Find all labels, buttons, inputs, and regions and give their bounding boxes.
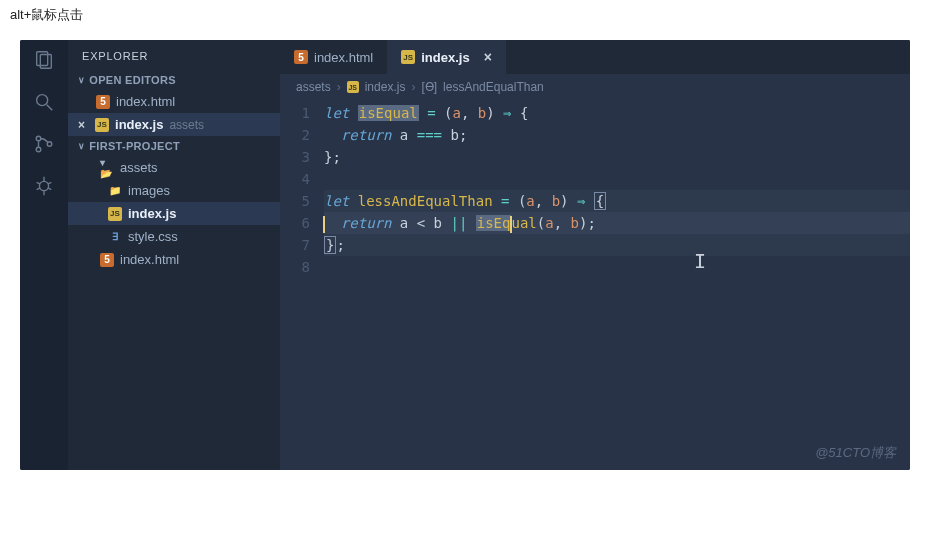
multi-cursor xyxy=(323,216,325,233)
html-icon: 5 xyxy=(294,50,308,64)
svg-line-12 xyxy=(48,188,52,190)
open-editor-item[interactable]: 5 index.html xyxy=(68,90,280,113)
chevron-down-icon: ∨ xyxy=(78,75,85,85)
css-icon: ∃ xyxy=(108,230,122,244)
file-item[interactable]: 5 index.html xyxy=(68,248,280,271)
svg-line-11 xyxy=(37,188,41,190)
code-line[interactable]: return a < b || isEqual(a, b); xyxy=(324,212,910,234)
file-item[interactable]: ∃ style.css xyxy=(68,225,280,248)
breadcrumb-folder[interactable]: assets xyxy=(296,80,331,94)
folder-item[interactable]: ▾📂 assets xyxy=(68,156,280,179)
tab-index-js[interactable]: JS index.js × xyxy=(387,40,506,74)
js-icon: JS xyxy=(347,81,359,93)
line-gutter: 1 2 3 4 5 6 7 8 xyxy=(280,100,324,470)
breadcrumb-symbol[interactable]: lessAndEqualThan xyxy=(443,80,544,94)
html-icon: 5 xyxy=(100,253,114,267)
project-header[interactable]: ∨ FIRST-PROJECT xyxy=(68,136,280,156)
js-icon: JS xyxy=(95,118,109,132)
tab-index-html[interactable]: 5 index.html xyxy=(280,40,387,74)
explorer-title: EXPLORER xyxy=(68,40,280,70)
chevron-down-icon: ∨ xyxy=(78,141,85,151)
svg-point-2 xyxy=(37,95,48,106)
code-line[interactable] xyxy=(324,256,910,278)
close-icon[interactable]: × xyxy=(78,118,85,132)
code-pane[interactable]: 1 2 3 4 5 6 7 8 let isEqual = (a, b) ⇒ {… xyxy=(280,100,910,470)
editor-window: EXPLORER ∨ OPEN EDITORS 5 index.html × J… xyxy=(20,40,910,470)
code-content[interactable]: let isEqual = (a, b) ⇒ { return a === b;… xyxy=(324,100,910,470)
page-header-text: alt+鼠标点击 xyxy=(0,0,931,30)
files-icon[interactable] xyxy=(32,48,56,72)
file-item[interactable]: JS index.js xyxy=(68,202,280,225)
code-line[interactable] xyxy=(324,168,910,190)
debug-icon[interactable] xyxy=(32,174,56,198)
folder-item[interactable]: 📁 images xyxy=(68,179,280,202)
code-line[interactable]: }; xyxy=(324,146,910,168)
js-icon: JS xyxy=(401,50,415,64)
explorer-sidebar: EXPLORER ∨ OPEN EDITORS 5 index.html × J… xyxy=(68,40,280,470)
svg-point-4 xyxy=(36,136,41,141)
editor-area: 5 index.html JS index.js × assets › JS i… xyxy=(280,40,910,470)
svg-point-7 xyxy=(39,181,48,190)
breadcrumb-file[interactable]: index.js xyxy=(365,80,406,94)
open-editors-header[interactable]: ∨ OPEN EDITORS xyxy=(68,70,280,90)
code-line[interactable]: return a === b; xyxy=(324,124,910,146)
close-icon[interactable]: × xyxy=(484,49,492,65)
html-icon: 5 xyxy=(96,95,110,109)
js-icon: JS xyxy=(108,207,122,221)
folder-icon: 📁 xyxy=(108,184,122,198)
chevron-right-icon: › xyxy=(337,80,341,94)
chevron-right-icon: › xyxy=(411,80,415,94)
tabs-row: 5 index.html JS index.js × xyxy=(280,40,910,74)
open-editor-item[interactable]: × JS index.js assets xyxy=(68,113,280,136)
source-control-icon[interactable] xyxy=(32,132,56,156)
activity-bar xyxy=(20,40,68,470)
svg-line-3 xyxy=(47,105,53,111)
breadcrumbs[interactable]: assets › JS index.js › [ϴ] lessAndEqualT… xyxy=(280,74,910,100)
text-cursor-icon: I xyxy=(694,250,706,272)
svg-point-5 xyxy=(36,147,41,152)
folder-open-icon: ▾📂 xyxy=(100,161,114,175)
svg-line-9 xyxy=(37,182,41,184)
search-icon[interactable] xyxy=(32,90,56,114)
code-line[interactable]: let isEqual = (a, b) ⇒ { xyxy=(324,102,910,124)
watermark: @51CTO博客 xyxy=(815,444,896,462)
symbol-icon: [ϴ] xyxy=(421,80,437,94)
code-line[interactable]: let lessAndEqualThan = (a, b) ⇒ { xyxy=(324,190,910,212)
code-line[interactable]: }; xyxy=(324,234,910,256)
svg-point-6 xyxy=(47,142,52,147)
svg-line-10 xyxy=(48,182,52,184)
